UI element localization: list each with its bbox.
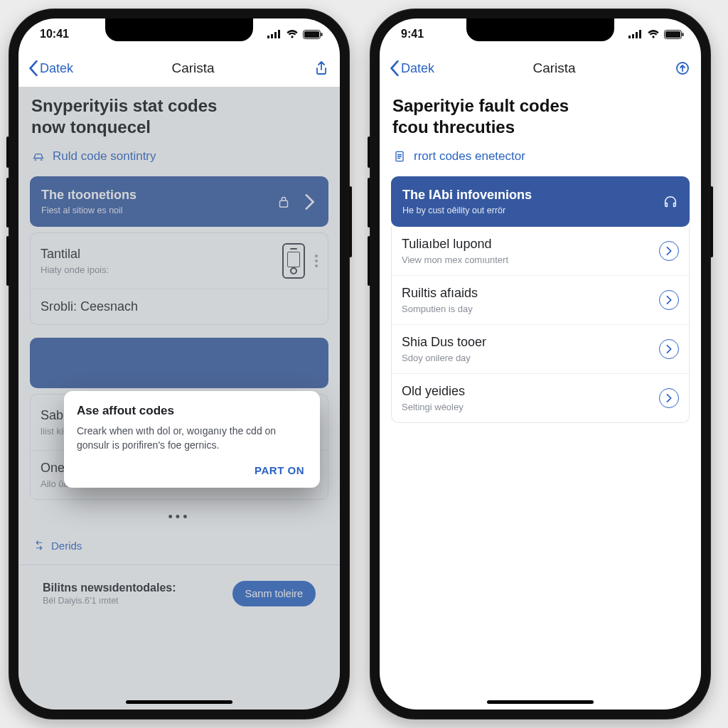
phone-right: 9:41 Datek Carista Saperityie fault code… xyxy=(370,9,711,719)
chevron-right-icon xyxy=(659,241,679,261)
mute-switch xyxy=(6,136,9,168)
export-icon[interactable] xyxy=(674,60,691,77)
battery-icon xyxy=(303,30,323,39)
feature-subtitle: Fiest al sitiow es noil xyxy=(41,205,136,215)
svg-rect-3 xyxy=(278,30,280,38)
back-label: Datek xyxy=(40,61,73,76)
svg-rect-14 xyxy=(682,33,684,36)
power-button xyxy=(710,186,713,257)
document-icon xyxy=(392,149,407,164)
phone-icon xyxy=(282,243,305,279)
home-indicator[interactable] xyxy=(126,700,232,704)
report-codes-link[interactable]: Ruld code sontintry xyxy=(31,149,327,164)
volume-down xyxy=(6,236,9,286)
divider xyxy=(18,564,340,565)
alert-body: Creark when wıth dol or, woıganıy the cd… xyxy=(77,424,307,453)
feature-card[interactable]: The IAbi infoveınions He by cust oêility… xyxy=(391,176,690,227)
news-subtitle: Bél Daiyis.6'1 ımtet xyxy=(43,596,176,606)
headset-icon xyxy=(663,194,678,210)
feature-title: The IAbi infoveınions xyxy=(402,188,532,203)
page-title: Snyperityiis stat codesnow tonquecel xyxy=(31,95,327,138)
list-item[interactable]: Tuliaıbel lupondView mon mex comıuntert xyxy=(392,227,689,275)
bottom-bar: Bilitns newsıdentodales: Bél Daiyis.6'1 … xyxy=(30,574,328,606)
list-item[interactable]: Srobli: Ceesnach xyxy=(31,289,328,324)
kebab-icon[interactable] xyxy=(315,255,318,267)
page-title: Saperityie fault codesfcou threcuties xyxy=(392,95,688,138)
svg-rect-2 xyxy=(274,32,277,38)
report-codes-label: Ruld code sontintry xyxy=(53,149,156,164)
cellular-icon xyxy=(628,30,643,38)
wifi-icon xyxy=(647,30,660,38)
primary-cta-button[interactable]: Sanm toleire xyxy=(232,581,316,606)
footer-link[interactable]: Derids xyxy=(30,535,328,562)
mute-switch xyxy=(368,136,370,168)
alert-title: Ase affout codes xyxy=(77,404,307,418)
svg-rect-10 xyxy=(636,32,638,38)
news-title: Bilitns newsıdentodales: xyxy=(43,582,176,594)
battery-icon xyxy=(664,30,684,39)
swap-icon xyxy=(33,539,46,552)
svg-rect-8 xyxy=(628,36,631,38)
chevron-right-icon xyxy=(659,339,679,359)
chevron-right-icon xyxy=(659,290,679,310)
home-indicator[interactable] xyxy=(487,700,594,704)
feature-card[interactable]: The ıtoonetions Fiest al sitiow es noil xyxy=(30,176,328,227)
volume-up xyxy=(368,178,370,228)
report-codes-link[interactable]: rrort codes enetector xyxy=(392,149,688,164)
share-icon[interactable] xyxy=(313,60,330,77)
phone-left: 10:41 Datek Carista Snyperityiis stat co… xyxy=(9,9,350,719)
list-item[interactable]: Ruiltis afıaidsSomputien is day xyxy=(392,275,689,324)
feature-title: The ıtoonetions xyxy=(41,188,136,203)
svg-rect-9 xyxy=(632,34,634,38)
pagination-dots: ••• xyxy=(30,500,328,535)
svg-rect-6 xyxy=(321,33,323,36)
volume-up xyxy=(6,178,9,228)
car-icon xyxy=(31,149,46,164)
options-list: Tantilal Hiaty onde ipois: Srobli: Ceesn… xyxy=(30,232,328,325)
fault-list: Tuliaıbel lupondView mon mex comıuntert … xyxy=(391,227,690,423)
lock-icon xyxy=(276,194,291,210)
notch xyxy=(466,18,614,41)
svg-rect-13 xyxy=(665,31,680,38)
feature-card-secondary[interactable]: x x xyxy=(30,338,328,388)
list-item[interactable]: Tantilal Hiaty onde ipois: xyxy=(31,233,328,289)
nav-title: Carista xyxy=(171,60,214,76)
chevron-right-icon xyxy=(659,388,679,408)
svg-rect-7 xyxy=(280,200,288,207)
notch xyxy=(105,18,253,41)
volume-down xyxy=(368,236,370,286)
status-time: 9:41 xyxy=(401,28,424,41)
list-item[interactable]: Old yeidiesSeltingi wéoley xyxy=(392,373,689,422)
back-label: Datek xyxy=(401,61,434,76)
list-item[interactable]: Shia Dus tooerSdoy onilere day xyxy=(392,324,689,373)
svg-rect-0 xyxy=(267,36,269,38)
svg-rect-11 xyxy=(639,30,641,38)
back-button[interactable]: Datek xyxy=(28,60,73,76)
power-button xyxy=(349,186,352,257)
nav-title: Carista xyxy=(532,60,575,76)
wifi-icon xyxy=(286,30,299,38)
feature-subtitle: He by cust oêility out errör xyxy=(402,205,532,215)
status-time: 10:41 xyxy=(40,28,69,41)
alert-dialog: Ase affout codes Creark when wıth dol or… xyxy=(64,391,320,488)
back-button[interactable]: Datek xyxy=(390,60,434,76)
cellular-icon xyxy=(267,30,282,38)
svg-rect-5 xyxy=(304,31,319,38)
report-codes-label: rrort codes enetector xyxy=(414,149,525,164)
alert-confirm-button[interactable]: PART ON xyxy=(77,453,307,481)
chevron-right-icon xyxy=(301,194,317,210)
svg-rect-1 xyxy=(271,34,273,38)
nav-bar: Datek Carista xyxy=(380,50,701,87)
nav-bar: Datek Carista xyxy=(18,50,340,87)
